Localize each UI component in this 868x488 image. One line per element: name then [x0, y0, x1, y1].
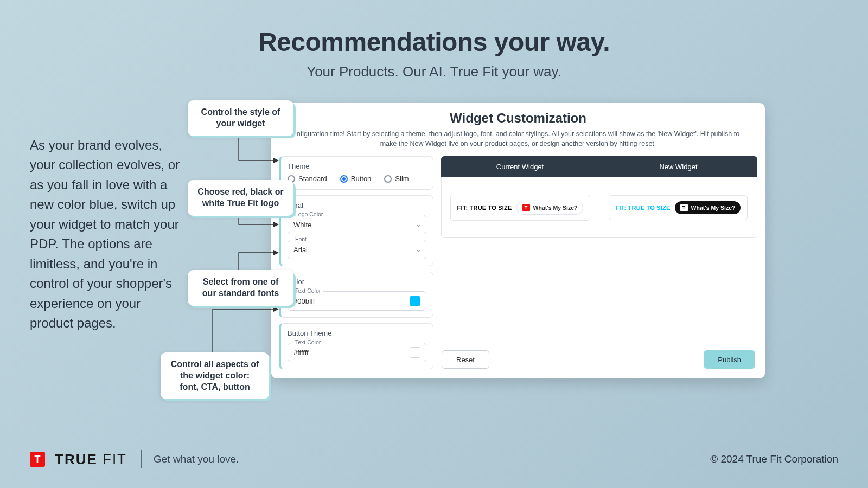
font-label: Font	[293, 236, 309, 242]
callout-style: Control the style of your widget	[188, 100, 293, 136]
general-label: neral	[288, 201, 426, 209]
whats-my-size-button[interactable]: T What's My Size?	[675, 201, 741, 214]
logo-color-label: Logo Color	[293, 211, 325, 217]
general-card: neral Logo Color White ⌵ Font Arial ⌵	[279, 195, 433, 266]
callout-font: Select from one of our standard fonts	[188, 270, 293, 306]
svg-marker-1	[273, 222, 279, 227]
current-widget-preview: FIT: TRUE TO SIZE T What's My Size?	[442, 177, 599, 237]
color-card: Color Text Color #00bfff	[279, 272, 433, 318]
page-title: Recommendations your way.	[0, 27, 868, 57]
preview-tabs: Current Widget New Widget	[441, 156, 757, 177]
chevron-down-icon: ⌵	[417, 246, 420, 253]
chevron-down-icon: ⌵	[417, 221, 420, 228]
color-swatch[interactable]	[410, 347, 420, 358]
page-subtitle: Your Products. Our AI. True Fit your way…	[0, 63, 868, 80]
new-widget-preview: FIT: TRUE TO SIZE T What's My Size?	[599, 177, 757, 237]
theme-label: Theme	[288, 162, 426, 170]
brand-tagline: Get what you love.	[154, 453, 239, 465]
fit-label: FIT: TRUE TO SIZE	[616, 204, 671, 211]
radio-icon	[384, 175, 392, 183]
tab-current-widget[interactable]: Current Widget	[441, 156, 599, 177]
body-copy: As your brand evolves, your collection e…	[30, 136, 182, 333]
button-text-color-label: Text Color	[293, 339, 323, 345]
reset-button[interactable]: Reset	[442, 350, 489, 369]
text-color-input[interactable]: #00bfff	[288, 291, 426, 311]
button-text-color-input[interactable]: #ffffff	[288, 343, 426, 362]
button-theme-card: Button Theme Text Color #ffffff	[279, 323, 433, 369]
color-swatch[interactable]	[410, 296, 420, 306]
truefit-mark-icon: T	[522, 204, 530, 211]
whats-my-size-button[interactable]: T What's My Size?	[516, 201, 584, 215]
callout-logo: Choose red, black or white True Fit logo	[188, 180, 293, 216]
widget-customization-panel: Widget Customization nfiguration time! S…	[271, 103, 765, 378]
svg-marker-0	[273, 158, 279, 163]
panel-title: Widget Customization	[286, 111, 750, 126]
theme-card: Theme Standard Button Slim	[279, 156, 433, 190]
truefit-mark-icon: T	[680, 204, 688, 211]
text-color-label: Text Color	[293, 287, 323, 294]
theme-option-slim[interactable]: Slim	[384, 175, 409, 183]
color-label: Color	[288, 278, 426, 286]
fit-label: FIT: TRUE TO SIZE	[457, 204, 512, 211]
button-theme-label: Button Theme	[288, 329, 426, 337]
theme-option-button[interactable]: Button	[340, 175, 372, 183]
callout-color: Control all aspects of the widget color:…	[161, 352, 269, 399]
theme-option-standard[interactable]: Standard	[288, 175, 327, 183]
logo-color-select[interactable]: White ⌵	[288, 215, 426, 234]
publish-button[interactable]: Publish	[704, 350, 755, 369]
font-select[interactable]: Arial ⌵	[288, 240, 426, 259]
radio-icon	[340, 175, 348, 183]
truefit-logo-icon: T	[30, 452, 45, 467]
copyright: © 2024 True Fit Corporation	[710, 453, 838, 465]
brand-wordmark: TRUE FIT	[55, 451, 127, 468]
divider	[141, 450, 142, 468]
panel-intro: nfiguration time! Start by selecting a t…	[286, 129, 750, 149]
tab-new-widget[interactable]: New Widget	[599, 156, 757, 177]
